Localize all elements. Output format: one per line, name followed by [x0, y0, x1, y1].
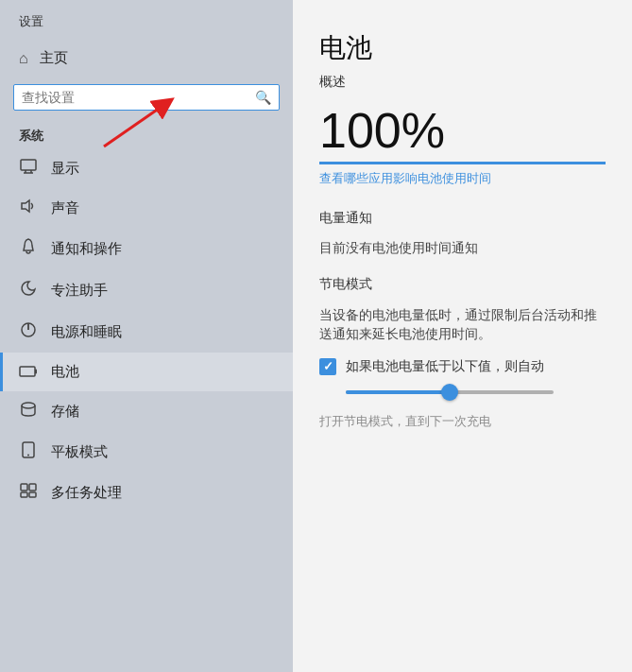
- slider-track: [346, 390, 554, 394]
- search-icon: 🔍: [255, 90, 271, 105]
- multitask-icon: [19, 483, 38, 502]
- notification-title: 电量通知: [319, 210, 606, 227]
- home-nav-item[interactable]: ⌂ 主页: [0, 40, 293, 77]
- sidebar-item-label-focus: 专注助手: [51, 282, 108, 300]
- sidebar-item-display[interactable]: 显示: [0, 148, 293, 188]
- system-section-label: 系统: [0, 120, 293, 148]
- main-content: 电池 概述 100% 查看哪些应用影响电池使用时间 电量通知 目前没有电池使用时…: [293, 0, 632, 672]
- sidebar-item-tablet[interactable]: 平板模式: [0, 431, 293, 473]
- page-title: 电池: [319, 30, 606, 66]
- power-mode-footer: 打开节电模式，直到下一次充电: [319, 413, 606, 430]
- sidebar-item-label-display: 显示: [51, 160, 79, 178]
- battery-icon: [19, 364, 38, 381]
- sidebar-item-label-tablet: 平板模式: [51, 443, 108, 461]
- svg-point-12: [27, 455, 29, 457]
- svg-rect-14: [29, 484, 36, 491]
- sidebar-item-power[interactable]: 电源和睡眠: [0, 311, 293, 353]
- sidebar-item-label-notification: 通知和操作: [51, 240, 122, 258]
- search-input[interactable]: [22, 90, 255, 105]
- settings-header: 设置: [0, 0, 293, 40]
- power-mode-section: 节电模式 当设备的电池电量低时，通过限制后台活动和推送通知来延长电池使用时间。 …: [319, 276, 606, 430]
- sound-icon: [19, 198, 38, 217]
- svg-rect-13: [21, 484, 27, 491]
- sidebar-item-multitask[interactable]: 多任务处理: [0, 473, 293, 512]
- svg-marker-4: [22, 200, 29, 212]
- sidebar-item-battery[interactable]: 电池: [0, 353, 293, 391]
- svg-rect-8: [35, 369, 37, 373]
- focus-icon: [19, 280, 38, 301]
- sidebar-item-label-sound: 声音: [51, 199, 79, 217]
- sidebar-item-focus[interactable]: 专注助手: [0, 269, 293, 311]
- battery-percentage: 100%: [319, 104, 606, 158]
- checkbox-row[interactable]: ✓ 如果电池电量低于以下值，则自动: [319, 358, 606, 375]
- svg-rect-0: [21, 160, 36, 170]
- sidebar-item-label-multitask: 多任务处理: [51, 484, 122, 502]
- power-icon: [19, 321, 38, 342]
- battery-threshold-slider[interactable]: [319, 385, 606, 400]
- svg-point-9: [22, 403, 35, 408]
- storage-icon: [19, 402, 38, 421]
- tablet-icon: [19, 441, 38, 462]
- power-mode-description: 当设备的电池电量低时，通过限制后台活动和推送通知来延长电池使用时间。: [319, 306, 606, 345]
- battery-bar: [319, 162, 606, 164]
- svg-rect-7: [20, 367, 35, 376]
- slider-thumb[interactable]: [441, 384, 458, 401]
- overview-label: 概述: [319, 74, 606, 91]
- search-container: 🔍: [0, 77, 293, 120]
- svg-rect-15: [21, 492, 27, 497]
- home-label: 主页: [40, 49, 68, 67]
- sidebar-item-label-storage: 存储: [51, 403, 79, 421]
- search-box[interactable]: 🔍: [13, 84, 280, 111]
- sidebar: 设置 ⌂ 主页 🔍 系统 显示声音通知和操作专注助手电源和睡眠电池存储平板模式多…: [0, 0, 293, 672]
- display-icon: [19, 159, 38, 178]
- checkmark-icon: ✓: [323, 359, 333, 373]
- slider-fill: [346, 390, 450, 394]
- sidebar-item-label-power: 电源和睡眠: [51, 323, 122, 341]
- sidebar-item-notification[interactable]: 通知和操作: [0, 228, 293, 269]
- svg-rect-16: [29, 492, 36, 497]
- notification-section: 电量通知 目前没有电池使用时间通知: [319, 210, 606, 257]
- power-mode-title: 节电模式: [319, 276, 606, 293]
- checkbox-label: 如果电池电量低于以下值，则自动: [346, 358, 544, 375]
- home-icon: ⌂: [19, 50, 28, 67]
- nav-list: 显示声音通知和操作专注助手电源和睡眠电池存储平板模式多任务处理: [0, 148, 293, 512]
- sidebar-item-storage[interactable]: 存储: [0, 391, 293, 431]
- notification-icon: [19, 238, 38, 259]
- sidebar-item-label-battery: 电池: [51, 363, 79, 381]
- checkbox-battery-low[interactable]: ✓: [319, 358, 336, 375]
- sidebar-item-sound[interactable]: 声音: [0, 188, 293, 228]
- battery-apps-link[interactable]: 查看哪些应用影响电池使用时间: [319, 170, 606, 187]
- notification-text: 目前没有电池使用时间通知: [319, 240, 606, 257]
